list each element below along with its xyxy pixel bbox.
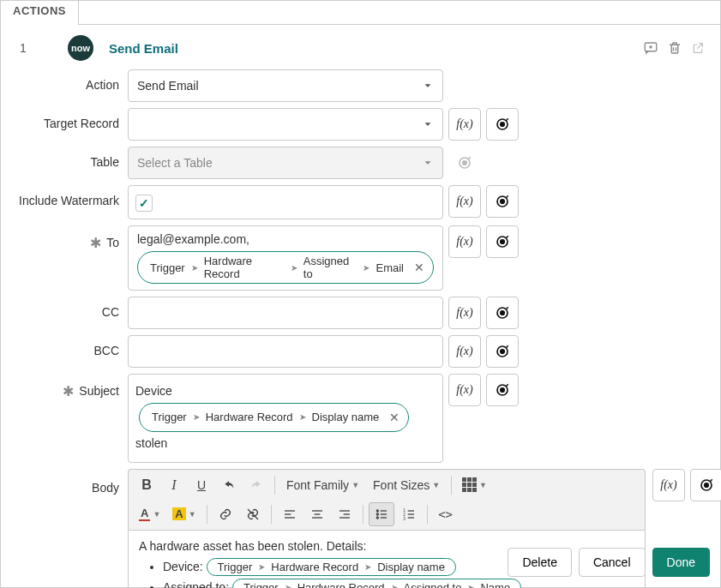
- table-select[interactable]: Select a Table: [128, 147, 443, 179]
- data-pill-picker-button[interactable]: [486, 297, 519, 329]
- arrow-icon: ➤: [467, 583, 474, 588]
- step-logo-icon: now: [68, 35, 93, 61]
- svg-point-31: [376, 513, 378, 515]
- to-input[interactable]: legal@example.com, Trigger➤ Hardware Rec…: [128, 225, 443, 291]
- add-comment-icon[interactable]: [643, 40, 658, 56]
- label-action: Action: [15, 69, 128, 92]
- fx-button[interactable]: f(x): [448, 225, 481, 258]
- to-data-pill[interactable]: Trigger➤ Hardware Record➤ Assigned to➤ E…: [137, 251, 434, 284]
- svg-point-30: [376, 510, 378, 512]
- data-pill-picker-button[interactable]: [486, 374, 519, 406]
- data-pill-picker-button[interactable]: [690, 469, 721, 501]
- tab-actions[interactable]: ACTIONS: [1, 1, 79, 25]
- label-bcc: BCC: [15, 335, 128, 357]
- arrow-icon: ➤: [258, 562, 265, 572]
- chevron-down-icon: ▼: [351, 481, 359, 489]
- highlight-button[interactable]: A▼: [167, 502, 201, 526]
- text-color-icon: A: [139, 507, 150, 521]
- link-button[interactable]: [213, 502, 238, 526]
- align-center-button[interactable]: [304, 502, 330, 526]
- data-pill-picker-button[interactable]: [486, 108, 519, 141]
- svg-text:3: 3: [403, 516, 406, 520]
- pill-remove-icon[interactable]: ✕: [414, 261, 424, 274]
- fx-button[interactable]: f(x): [652, 469, 685, 501]
- step-header: 1 now Send Email: [1, 25, 720, 66]
- delete-button[interactable]: Delete: [508, 548, 571, 577]
- body-data-pill[interactable]: Trigger➤ Hardware Record➤ Display name: [207, 558, 456, 576]
- fx-button[interactable]: f(x): [448, 335, 481, 368]
- cc-input[interactable]: [128, 297, 443, 329]
- label-table: Table: [15, 147, 128, 169]
- tab-header: ACTIONS: [1, 1, 720, 25]
- arrow-icon: ➤: [285, 583, 291, 588]
- rte-toolbar: B I U Font Family▼ Font Sizes▼ ▼: [128, 469, 646, 530]
- label-subject: ✱Subject: [15, 374, 128, 399]
- chevron-down-icon: [422, 118, 434, 130]
- svg-point-18: [501, 388, 505, 393]
- fx-button[interactable]: f(x): [448, 297, 481, 329]
- footer-buttons: Delete Cancel Done: [508, 548, 710, 577]
- svg-point-12: [501, 240, 505, 244]
- bold-button[interactable]: B: [134, 473, 159, 497]
- watermark-checkbox[interactable]: ✓: [135, 195, 153, 212]
- italic-button[interactable]: I: [161, 473, 187, 497]
- cancel-button[interactable]: Cancel: [579, 548, 646, 577]
- delete-step-icon[interactable]: [667, 40, 682, 56]
- arrow-icon: ➤: [291, 263, 297, 273]
- label-to: ✱To: [15, 225, 128, 250]
- undo-button[interactable]: [216, 473, 242, 497]
- svg-point-14: [501, 311, 505, 315]
- fx-button[interactable]: f(x): [448, 185, 481, 218]
- label-body: Body: [15, 469, 128, 495]
- step-number: 1: [11, 41, 35, 55]
- arrow-icon: ➤: [299, 409, 306, 425]
- label-target-record: Target Record: [15, 108, 128, 130]
- align-left-button[interactable]: [277, 502, 303, 526]
- unlink-button[interactable]: [240, 502, 266, 526]
- chevron-down-icon: ▼: [189, 510, 196, 519]
- required-icon: ✱: [63, 384, 74, 399]
- pill-remove-icon[interactable]: ✕: [389, 406, 400, 429]
- bcc-input[interactable]: [128, 335, 443, 368]
- font-size-select[interactable]: Font Sizes▼: [367, 473, 446, 497]
- data-pill-picker-button[interactable]: [486, 225, 519, 258]
- chevron-down-icon: [422, 80, 434, 92]
- target-record-select[interactable]: [128, 108, 443, 141]
- font-family-select[interactable]: Font Family▼: [280, 473, 365, 497]
- fx-button[interactable]: f(x): [448, 108, 481, 141]
- svg-point-16: [501, 350, 505, 354]
- action-panel: ACTIONS 1 now Send Email Action Send Ema…: [0, 0, 721, 588]
- table-button[interactable]: ▼: [457, 473, 492, 497]
- data-pill-picker-button[interactable]: [486, 185, 519, 218]
- svg-point-6: [501, 123, 505, 127]
- subject-data-pill[interactable]: Trigger➤ Hardware Record➤ Display name ✕: [139, 403, 409, 433]
- underline-button[interactable]: U: [189, 473, 214, 497]
- number-list-button[interactable]: 123: [396, 502, 422, 526]
- fx-button[interactable]: f(x): [448, 374, 481, 406]
- action-select[interactable]: Send Email: [128, 69, 443, 102]
- text-color-button[interactable]: A▼: [134, 502, 165, 526]
- label-watermark: Include Watermark: [15, 185, 128, 207]
- chevron-down-icon: ▼: [432, 481, 440, 489]
- arrow-icon: ➤: [363, 263, 370, 273]
- data-pill-picker-button-disabled: [448, 147, 481, 179]
- arrow-icon: ➤: [193, 409, 200, 425]
- done-button[interactable]: Done: [652, 548, 710, 577]
- align-right-button[interactable]: [332, 502, 357, 526]
- label-cc: CC: [15, 297, 128, 319]
- data-pill-picker-button[interactable]: [486, 335, 519, 368]
- body-data-pill[interactable]: Trigger➤ Hardware Record➤ Assigned to➤ N…: [232, 579, 521, 588]
- highlight-icon: A: [172, 507, 185, 520]
- arrow-icon: ➤: [364, 562, 371, 572]
- code-button[interactable]: <>: [433, 502, 459, 526]
- watermark-field: ✓: [128, 185, 443, 219]
- open-external-icon[interactable]: [691, 41, 705, 55]
- arrow-icon: ➤: [191, 263, 198, 273]
- bullet-list-button[interactable]: [369, 502, 394, 526]
- chevron-down-icon: ▼: [479, 481, 487, 489]
- body-list-item: Assigned to: Trigger➤ Hardware Record➤ A…: [163, 579, 634, 588]
- arrow-icon: ➤: [391, 583, 398, 588]
- required-icon: ✱: [90, 236, 101, 250]
- svg-point-20: [705, 483, 709, 488]
- subject-input[interactable]: Device Trigger➤ Hardware Record➤ Display…: [128, 374, 443, 463]
